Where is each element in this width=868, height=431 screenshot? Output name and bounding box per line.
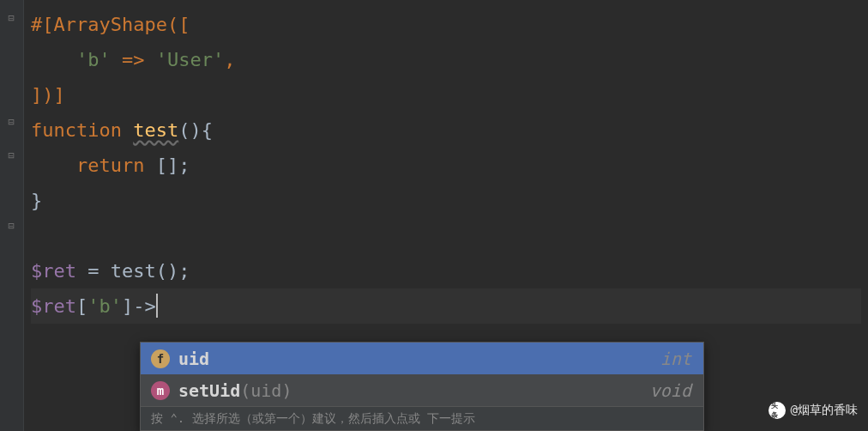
code-line-7[interactable] [31,218,861,253]
watermark: @烟草的香味 [769,402,858,419]
toutiao-logo-icon [769,402,786,419]
text-cursor [156,294,158,318]
editor-gutter: ⊟ ⊟ ⊟ ⊟ [0,0,24,431]
fold-end-icon[interactable]: ⊟ [5,116,17,128]
method-icon: m [151,381,170,400]
field-icon: f [151,349,170,368]
watermark-text: @烟草的香味 [791,403,858,418]
code-line-9[interactable]: $ret['b']-> [31,288,861,324]
code-line-5[interactable]: return []; [31,148,861,183]
completion-item[interactable]: m setUid(uid) void ⋮ [141,374,703,406]
code-line-4[interactable]: function test(){ [31,112,861,148]
code-line-8[interactable]: $ret = test(); [31,253,861,288]
completion-type: void [650,380,691,401]
completion-popup: f uid int m setUid(uid) void ⋮ 按 ⌃. 选择所选… [140,342,704,431]
code-line-3[interactable]: ])] [31,77,861,112]
completion-params: (uid) [240,380,292,401]
fold-end-icon[interactable]: ⊟ [5,220,17,232]
completion-name: uid [178,349,209,369]
fold-collapse-icon[interactable]: ⊟ [5,12,17,24]
completion-name: setUid [178,380,240,401]
code-line-6[interactable]: } [31,183,861,218]
code-line-2[interactable]: 'b' => 'User', [31,42,861,77]
code-line-1[interactable]: #[ArrayShape([ [31,7,861,42]
fold-collapse-icon[interactable]: ⊟ [5,149,17,161]
completion-hint: 按 ⌃. 选择所选（或第一个）建议，然后插入点或 下一提示 [141,406,703,430]
completion-type: int [660,349,691,369]
completion-item[interactable]: f uid int [141,343,703,374]
